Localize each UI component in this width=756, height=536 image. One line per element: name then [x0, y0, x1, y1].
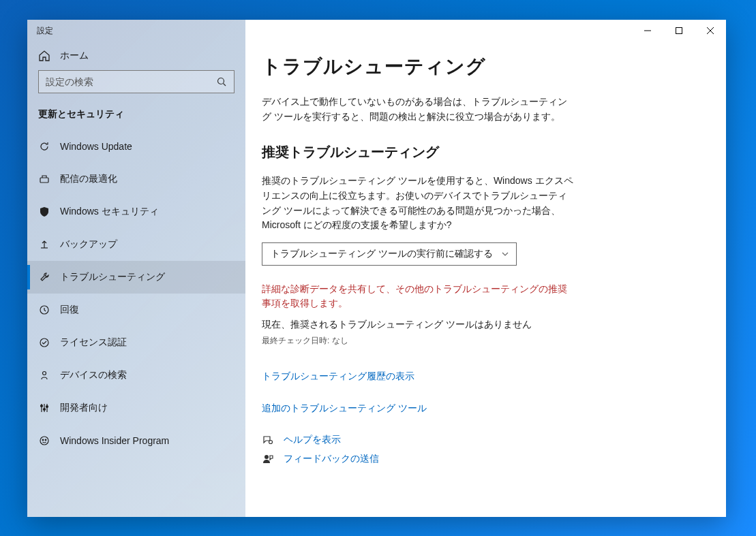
insider-icon — [38, 435, 50, 447]
settings-window: 設定 ホーム 更新とセキュリティ — [27, 20, 726, 517]
shield-icon — [38, 206, 50, 218]
section-label: 更新とセキュリティ — [27, 101, 245, 130]
sidebar-item-recovery[interactable]: 回復 — [27, 294, 245, 326]
sidebar-item-label: Windows Update — [60, 141, 132, 152]
svg-point-5 — [41, 405, 43, 407]
troubleshoot-preference-select[interactable]: トラブルシューティング ツールの実行前に確認する — [262, 242, 517, 266]
page-title: トラブルシューティング — [262, 54, 710, 80]
sliders-icon — [38, 402, 50, 414]
sidebar-item-label: Windows Insider Program — [60, 435, 169, 446]
help-icon — [262, 434, 274, 446]
backup-icon — [38, 238, 50, 251]
sidebar: 設定 ホーム 更新とセキュリティ — [27, 20, 245, 517]
delivery-icon — [38, 173, 50, 185]
sidebar-item-developers[interactable]: 開発者向け — [27, 392, 245, 424]
home-icon — [38, 50, 50, 62]
help-row: ヘルプを表示 — [262, 434, 710, 446]
main-content: トラブルシューティング デバイス上で動作していないものがある場合は、トラブルシュ… — [245, 20, 726, 517]
svg-point-7 — [46, 406, 48, 408]
additional-link[interactable]: 追加のトラブルシューティング ツール — [262, 403, 427, 415]
svg-point-12 — [269, 441, 273, 444]
search-wrap — [27, 70, 245, 101]
svg-point-8 — [40, 437, 48, 445]
svg-point-9 — [42, 439, 44, 441]
titlebar: 設定 — [27, 20, 245, 42]
history-link[interactable]: トラブルシューティング履歴の表示 — [262, 371, 414, 383]
sidebar-item-label: バックアップ — [60, 238, 117, 251]
select-value: トラブルシューティング ツールの実行前に確認する — [271, 248, 493, 260]
home-label: ホーム — [60, 50, 89, 62]
sidebar-item-label: 開発者向け — [60, 402, 108, 414]
svg-point-3 — [40, 338, 48, 347]
section-desc: 推奨のトラブルシューティング ツールを使用すると、Windows エクスペリエン… — [262, 174, 575, 233]
nav: Windows Update 配信の最適化 Windows セキュリティ — [27, 130, 245, 457]
intro-text: デバイス上で動作していないものがある場合は、トラブルシューティング ツールを実行… — [262, 95, 575, 124]
svg-point-13 — [264, 455, 269, 459]
svg-rect-1 — [40, 178, 48, 183]
home-button[interactable]: ホーム — [27, 42, 245, 70]
sidebar-item-label: 回復 — [60, 304, 79, 316]
maximize-button[interactable] — [663, 20, 695, 42]
check-circle-icon — [38, 336, 50, 349]
sidebar-item-delivery-optimization[interactable]: 配信の最適化 — [27, 163, 245, 195]
search-input[interactable] — [46, 76, 216, 87]
help-link[interactable]: ヘルプを表示 — [284, 434, 341, 446]
chevron-down-icon — [501, 250, 509, 258]
minimize-button[interactable] — [632, 20, 663, 42]
svg-point-6 — [44, 409, 46, 411]
sidebar-item-windows-security[interactable]: Windows セキュリティ — [27, 195, 245, 228]
sidebar-item-windows-update[interactable]: Windows Update — [27, 130, 245, 163]
window-title: 設定 — [37, 25, 53, 37]
svg-point-0 — [218, 78, 224, 84]
svg-point-4 — [43, 372, 46, 375]
close-button[interactable] — [695, 20, 726, 42]
sidebar-item-label: Windows セキュリティ — [60, 206, 159, 218]
sidebar-item-find-device[interactable]: デバイスの検索 — [27, 359, 245, 392]
sidebar-item-label: デバイスの検索 — [60, 369, 127, 381]
wrench-icon — [38, 271, 50, 283]
svg-rect-11 — [676, 28, 682, 34]
sidebar-item-insider[interactable]: Windows Insider Program — [27, 424, 245, 457]
sidebar-item-activation[interactable]: ライセンス認証 — [27, 326, 245, 359]
feedback-icon — [262, 453, 274, 465]
svg-point-10 — [45, 439, 46, 441]
window-buttons — [632, 20, 726, 42]
content: トラブルシューティング デバイス上で動作していないものがある場合は、トラブルシュ… — [245, 20, 726, 488]
section-heading: 推奨トラブルシューティング — [262, 143, 710, 161]
search-icon — [216, 76, 227, 87]
sidebar-item-troubleshoot[interactable]: トラブルシューティング — [27, 261, 245, 294]
sidebar-item-label: ライセンス認証 — [60, 336, 127, 349]
warning-text: 詳細な診断データを共有して、その他のトラブルシューティングの推奨事項を取得します… — [262, 282, 575, 311]
sidebar-item-backup[interactable]: バックアップ — [27, 228, 245, 261]
status-text: 現在、推奨されるトラブルシューティング ツールはありません — [262, 319, 710, 331]
last-check-text: 最終チェック日時: なし — [262, 335, 710, 347]
find-device-icon — [38, 369, 50, 381]
feedback-row: フィードバックの送信 — [262, 453, 710, 465]
sidebar-item-label: トラブルシューティング — [60, 271, 165, 283]
search-box[interactable] — [38, 70, 235, 93]
feedback-link[interactable]: フィードバックの送信 — [284, 453, 379, 465]
sidebar-item-label: 配信の最適化 — [60, 173, 117, 185]
sync-icon — [38, 140, 50, 153]
recovery-icon — [38, 304, 50, 316]
